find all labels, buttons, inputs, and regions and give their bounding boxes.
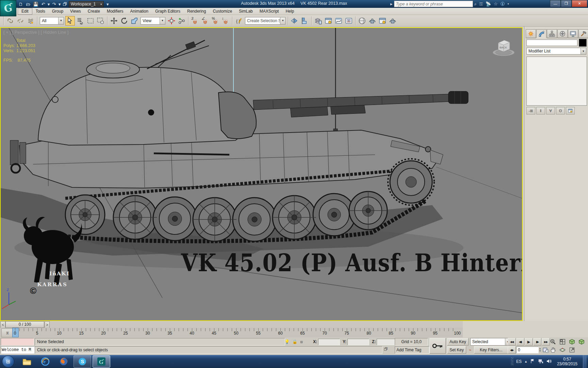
next-frame-arrow[interactable]: > xyxy=(45,321,50,328)
menu-item-edit[interactable]: Edit xyxy=(18,8,32,15)
zoom-extents-all-button[interactable] xyxy=(577,338,586,345)
modifier-stack[interactable] xyxy=(526,57,587,106)
percent-snap-toggle-button[interactable]: % xyxy=(211,16,220,26)
auto-key-button[interactable]: Auto Key xyxy=(447,338,469,346)
taskbar-skype-icon[interactable] xyxy=(74,355,91,368)
edit-named-selection-sets-button[interactable] xyxy=(234,16,244,26)
subscription-key-icon[interactable]: ⚿ xyxy=(479,1,483,7)
schematic-view-button[interactable] xyxy=(344,16,354,26)
named-selection-sets-dropdown[interactable]: Create Selection Se ▼ xyxy=(245,17,285,25)
snaps-toggle-3d-button[interactable]: 3 xyxy=(190,16,200,26)
frame-spinner[interactable]: ▲▼ xyxy=(539,348,541,352)
bind-to-space-warp-button[interactable] xyxy=(26,16,35,26)
help-dropdown-icon[interactable]: ▾ xyxy=(508,2,509,5)
align-button[interactable] xyxy=(300,16,310,26)
save-file-icon[interactable]: 💾 xyxy=(32,1,39,7)
object-name-field[interactable] xyxy=(526,40,577,46)
remove-modifier-button[interactable]: ʘ xyxy=(556,107,565,114)
taskbar-firefox-icon[interactable] xyxy=(55,356,72,367)
show-end-result-button[interactable]: ‖ xyxy=(536,107,545,114)
taskbar-explorer-icon[interactable] xyxy=(18,356,35,367)
menu-item-tools[interactable]: Tools xyxy=(32,8,49,14)
zoom-all-button[interactable] xyxy=(558,338,567,345)
unlink-selection-button[interactable] xyxy=(16,16,25,26)
new-file-icon[interactable]: 🗋 xyxy=(17,1,24,7)
mirror-button[interactable] xyxy=(290,16,299,26)
volume-icon[interactable] xyxy=(546,358,552,365)
menu-item-views[interactable]: Views xyxy=(67,8,84,14)
application-menu-button[interactable]: Ɠ xyxy=(0,0,16,16)
current-frame-field[interactable]: 0 xyxy=(516,347,539,353)
previous-frame-arrow[interactable]: < xyxy=(0,321,5,328)
select-and-manipulate-button[interactable] xyxy=(177,16,186,26)
minimize-button[interactable]: — xyxy=(550,0,561,7)
undo-dropdown-icon[interactable]: ▾ xyxy=(47,1,50,7)
language-indicator[interactable]: ES xyxy=(516,359,522,364)
graphite-ribbon-button[interactable] xyxy=(324,16,333,26)
absolute-mode-transform-icon[interactable]: ⧈ xyxy=(300,339,303,344)
menu-item-modifiers[interactable]: Modifiers xyxy=(103,8,127,14)
previous-frame-button[interactable]: ◀▮ xyxy=(516,338,524,346)
orbit-button[interactable] xyxy=(558,347,567,353)
open-file-icon[interactable]: 🗁 xyxy=(25,1,32,7)
search-input[interactable]: Type a keyword or phrase xyxy=(394,1,473,7)
workspace-dropdown[interactable]: Workspace_1 ▾ xyxy=(69,1,104,7)
search-expand-icon[interactable]: ▸ xyxy=(390,1,393,6)
close-button[interactable]: ✕ xyxy=(572,0,587,7)
angle-snap-toggle-button[interactable]: ∠ xyxy=(200,16,210,26)
menu-item-help[interactable]: Help xyxy=(282,8,297,14)
viewport-label[interactable]: [ + ] [ Perspective ] [ Hidden Line ] xyxy=(3,30,69,35)
select-by-name-button[interactable] xyxy=(76,16,85,26)
key-mode-toggle-button[interactable]: ◀▶ xyxy=(508,346,516,354)
communication-center-icon[interactable]: 📡 xyxy=(486,1,491,6)
maxscript-mini-listener-white[interactable]: Welcome to M xyxy=(1,346,35,354)
x-input[interactable] xyxy=(318,339,340,345)
isolate-selection-lightbulb-icon[interactable]: 💡 xyxy=(284,339,290,344)
menu-item-simlab[interactable]: SimLab xyxy=(235,8,256,14)
render-setup-button[interactable] xyxy=(368,16,377,26)
taskbar-internet-explorer-icon[interactable] xyxy=(37,356,54,367)
taskbar-clock[interactable]: 0:57 23/09/2015 xyxy=(554,357,580,366)
render-production-button[interactable] xyxy=(388,16,397,26)
tab-modify[interactable] xyxy=(536,29,546,38)
set-key-button[interactable]: Set Key xyxy=(447,346,466,354)
menu-item-group[interactable]: Group xyxy=(49,8,67,14)
key-selection-dropdown[interactable]: Selected ▼ xyxy=(470,338,511,346)
select-and-rotate-button[interactable] xyxy=(119,16,129,26)
maximize-viewport-toggle-button[interactable] xyxy=(568,347,576,353)
tab-create[interactable] xyxy=(526,29,536,38)
restore-button[interactable]: ❐ xyxy=(561,0,572,7)
tab-utilities[interactable] xyxy=(578,29,588,38)
taskbar-3dsmax-icon[interactable] xyxy=(93,355,110,368)
favorites-star-icon[interactable]: ☆ xyxy=(494,1,498,6)
rendered-frame-window-button[interactable] xyxy=(378,16,387,26)
show-hidden-icons-button[interactable]: ▲ xyxy=(524,360,527,363)
project-folder-icon[interactable]: 🗇 xyxy=(62,1,68,7)
add-time-tag[interactable]: Add Time Tag xyxy=(395,346,429,354)
go-to-start-button[interactable]: ◀◀ xyxy=(508,338,516,346)
pin-stack-button[interactable]: -⊞ xyxy=(526,107,535,114)
select-and-link-button[interactable] xyxy=(5,16,15,26)
play-button[interactable]: ▶ xyxy=(525,338,533,346)
undo-icon[interactable]: ↶ xyxy=(40,1,47,7)
select-and-scale-button[interactable] xyxy=(130,16,139,26)
maxscript-mini-listener-pink[interactable] xyxy=(1,338,34,346)
curve-editor-button[interactable] xyxy=(334,16,343,26)
zoom-button[interactable] xyxy=(549,338,557,345)
rectangular-selection-region-button[interactable] xyxy=(86,16,95,26)
time-slider-handle[interactable]: 0 / 100 xyxy=(5,321,44,328)
object-color-swatch[interactable] xyxy=(579,39,587,47)
redo-icon[interactable]: ↷ xyxy=(51,1,58,7)
perspective-viewport[interactable]: z [ + ] [ Perspective ] [ Hidden Line ] … xyxy=(0,27,523,321)
tab-display[interactable] xyxy=(568,29,578,38)
next-frame-button[interactable]: ▮▶ xyxy=(533,338,541,346)
zoom-extents-button[interactable] xyxy=(568,338,576,345)
use-pivot-point-center-button[interactable] xyxy=(167,16,176,26)
search-binoculars-icon[interactable]: ⌕ xyxy=(474,1,477,7)
selection-lock-icon[interactable]: 🔒 xyxy=(292,339,297,344)
menu-item-maxscript[interactable]: MAXScript xyxy=(256,8,282,14)
make-unique-button[interactable]: ∀ xyxy=(546,107,555,114)
y-input[interactable] xyxy=(347,339,369,345)
viewcube[interactable]: BACK xyxy=(491,37,516,57)
network-icon[interactable] xyxy=(538,358,543,365)
